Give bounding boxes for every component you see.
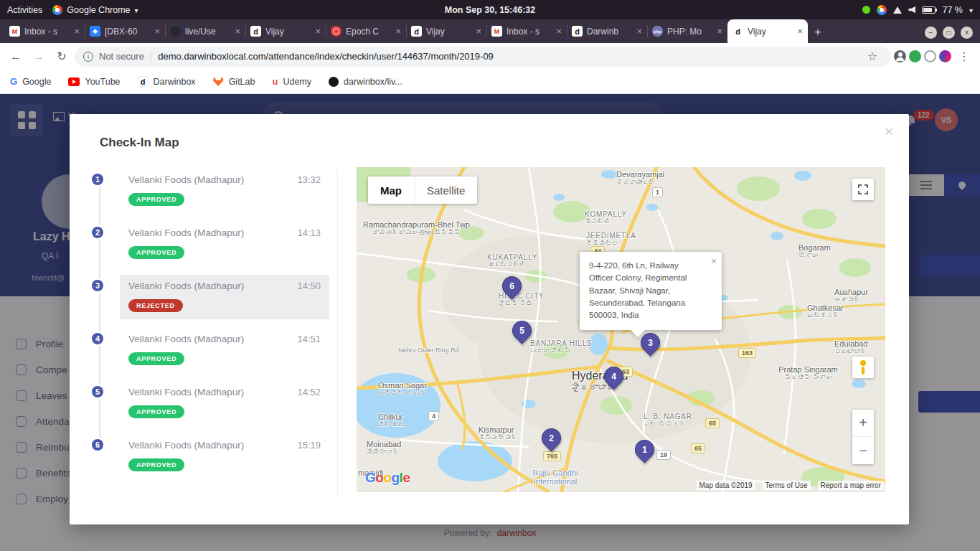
browser-tab[interactable]: Vijay (406, 19, 486, 43)
udemy-icon (272, 76, 278, 87)
zoom-in-button[interactable]: + (852, 410, 874, 437)
checkin-number: 4 (90, 331, 105, 347)
checkin-location: Vellanki Foods (Madhapur) (128, 387, 244, 397)
address-bar[interactable]: Not secure | demo.darwinboxlocal.com/att… (75, 47, 891, 67)
modal-close-icon[interactable]: × (885, 123, 893, 140)
browser-tab-active[interactable]: Vijay (727, 19, 808, 43)
forward-button[interactable] (29, 47, 49, 67)
checkin-time: 13:32 (297, 174, 321, 185)
map-type-control: Map Satellite (368, 176, 477, 204)
tab-close-icon[interactable] (636, 26, 642, 37)
modal-title: Check-In Map (100, 136, 179, 150)
extension-icon[interactable] (909, 50, 921, 62)
volume-icon[interactable] (908, 6, 915, 14)
checkin-row[interactable]: 5 Vellanki Foods (Madhapur)14:52 APPROVE… (84, 381, 329, 434)
bookmark-item[interactable]: darwinbox/liv... (329, 77, 402, 87)
route-shield: 4 (428, 411, 439, 421)
browser-tab[interactable]: Inbox - s (486, 19, 567, 43)
bookmark-item[interactable]: YouTube (68, 77, 120, 87)
checkin-row[interactable]: 1 Vellanki Foods (Madhapur)13:32 APPROVE… (84, 169, 329, 222)
fullscreen-icon (858, 184, 868, 194)
google-logo[interactable]: Google (365, 470, 410, 486)
route-shield: 65 (691, 443, 705, 453)
map-attribution: Map data ©2019 Terms of Use Report a map… (697, 481, 884, 490)
map-label: JEEDIMETLAజీడిమెట్ల (586, 232, 636, 247)
bookmark-item[interactable]: Darwinbox (138, 76, 196, 87)
clock-favicon (331, 26, 341, 37)
browser-tab[interactable]: [DBX-60 (85, 19, 165, 43)
browser-avatar-icon[interactable] (939, 50, 951, 62)
map-info-window: 9-4-220, 6th Ln, Railway Officer Colony,… (580, 252, 722, 330)
bookmark-item[interactable]: GitLab (213, 77, 255, 87)
activities-button[interactable]: Activities (7, 5, 42, 15)
tab-label: Vijay (426, 27, 471, 37)
browser-tab[interactable]: live/Use (165, 19, 245, 43)
tab-label: live/Use (185, 27, 230, 37)
system-clock[interactable]: Mon Sep 30, 15:46:32 (0, 5, 980, 15)
reload-button[interactable] (52, 47, 72, 67)
info-window-close-icon[interactable] (711, 254, 717, 269)
tab-close-icon[interactable] (395, 26, 401, 37)
chrome-icon (52, 5, 62, 15)
tab-label: PHP: Mo (667, 27, 712, 37)
fullscreen-button[interactable] (852, 179, 874, 200)
tab-close-icon[interactable] (476, 26, 481, 37)
bookmark-item[interactable]: Google (10, 76, 51, 87)
back-button[interactable] (6, 47, 26, 67)
browser-tab[interactable]: Vijay (245, 19, 326, 43)
browser-tab[interactable]: Epoch C (326, 19, 406, 43)
battery-icon (922, 6, 936, 14)
bookmark-star-icon[interactable] (862, 47, 882, 67)
system-top-bar: Activities Google Chrome Mon Sep 30, 15:… (0, 0, 980, 19)
satellite-type-button[interactable]: Satellite (415, 176, 477, 204)
map-label: BANJARA HILLSబంజారా హిల్స్ (530, 339, 593, 354)
checkin-row[interactable]: 2 Vellanki Foods (Madhapur)14:13 APPROVE… (84, 222, 329, 275)
checkin-row[interactable]: 4 Vellanki Foods (Madhapur)14:51 APPROVE… (84, 328, 329, 381)
tab-close-icon[interactable] (235, 26, 240, 37)
app-menu[interactable]: Google Chrome (52, 5, 138, 15)
tab-close-icon[interactable] (315, 26, 321, 37)
map-label: KOMPALLYకొంపల్లి (585, 210, 627, 225)
street-view-pegman-button[interactable] (852, 357, 874, 378)
wifi-icon[interactable] (893, 6, 902, 14)
map-type-button[interactable]: Map (368, 176, 415, 204)
url-text[interactable]: demo.darwinboxlocal.com/attendance/index… (158, 51, 494, 62)
bookmark-label: YouTube (85, 77, 120, 87)
web-page: Vi 122 VS Lazy Hy QA I hiworld@ Profile … (0, 94, 980, 551)
tab-close-icon[interactable] (556, 26, 562, 37)
tab-close-icon[interactable] (717, 26, 722, 37)
checkin-row[interactable]: 6 Vellanki Foods (Madhapur)15:19 APPROVE… (84, 434, 329, 487)
terms-link[interactable]: Terms of Use (763, 481, 811, 490)
tab-close-icon[interactable] (74, 26, 80, 37)
browser-menu-icon[interactable] (954, 47, 974, 67)
extension-icon[interactable] (924, 50, 936, 62)
checkin-number: 5 (90, 384, 105, 400)
browser-tab[interactable]: Darwinb (567, 19, 647, 43)
minimize-button[interactable] (925, 27, 937, 39)
maximize-button[interactable] (943, 27, 955, 39)
browser-tab[interactable]: Inbox - s (4, 19, 85, 43)
new-tab-button[interactable] (808, 23, 828, 42)
checkin-location: Vellanki Foods (Madhapur) (128, 281, 244, 291)
app-menu-label: Google Chrome (67, 5, 130, 15)
close-window-button[interactable] (961, 27, 973, 39)
bookmark-item[interactable]: Udemy (272, 76, 311, 87)
zoom-out-button[interactable]: − (852, 437, 874, 464)
map-canvas[interactable]: Devarayamjalదేవరాయాంజల్ KOMPALLYకొంపల్లి… (357, 167, 885, 492)
map-label: L. B. NAGARఎల్ బి నగర్ (644, 413, 692, 428)
map-data-text: Map data ©2019 (697, 481, 755, 490)
bookmark-label: Google (22, 77, 51, 87)
page-info-icon[interactable] (83, 52, 93, 62)
checkin-time: 15:19 (297, 440, 321, 451)
system-menu-caret-icon[interactable] (969, 5, 973, 15)
tab-close-icon[interactable] (154, 26, 160, 37)
map-label: Devarayamjalదేవరాయాంజల్ (616, 170, 664, 186)
report-error-link[interactable]: Report a map error (818, 481, 884, 490)
tab-close-icon[interactable] (797, 26, 803, 37)
profile-extension-icon[interactable] (894, 50, 906, 62)
checkin-row-selected[interactable]: 3 Vellanki Foods (Madhapur)14:50 REJECTE… (84, 275, 329, 328)
youtube-icon (68, 77, 80, 86)
pegman-icon (860, 360, 866, 375)
route-shield: 163 (738, 348, 756, 358)
browser-tab[interactable]: PHP: Mo (647, 19, 727, 43)
